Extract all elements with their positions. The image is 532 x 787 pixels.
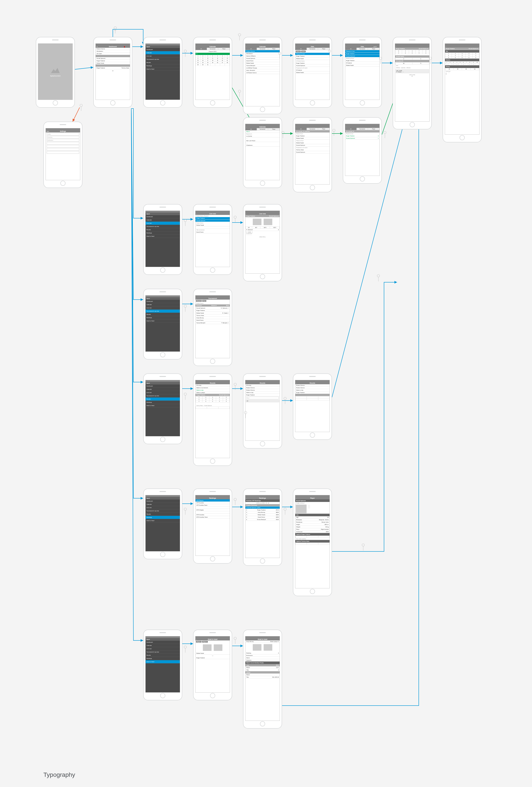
- list-item[interactable]: Roger Federer: [345, 60, 379, 62]
- list-item[interactable]: Rafael Nadal: [345, 64, 379, 67]
- list-item[interactable]: Roger Federer: [295, 135, 330, 137]
- round-chip[interactable]: Round 2: [196, 300, 202, 302]
- list-item[interactable]: Roger Federer: [345, 52, 379, 55]
- list-item[interactable]: Serena Williams: [245, 55, 280, 57]
- field[interactable]: [47, 145, 79, 148]
- tap-icon: [182, 304, 188, 314]
- list-item[interactable]: Roger Federer: [295, 62, 330, 64]
- svg-point-12: [184, 219, 186, 222]
- list-item[interactable]: Roland Garros: [96, 48, 130, 50]
- menu-item-selected[interactable]: Calendar: [146, 51, 180, 55]
- calendar-tabs[interactable]: AllTournamentPlayer: [196, 48, 230, 50]
- rank-row[interactable]: 3Andy Murray8600: [245, 511, 280, 514]
- menu-item-selected[interactable]: Head to head: [146, 660, 180, 663]
- list-item[interactable]: JS Roland Garros: [245, 72, 280, 74]
- list-item[interactable]: Rafael Nadal: [96, 62, 130, 64]
- summary-row: 33 rounds 14: [345, 130, 379, 133]
- list-item[interactable]: Rafael Nadal: [295, 71, 330, 74]
- list-item[interactable]: Novak Djokovic1: [345, 137, 379, 140]
- rank-row[interactable]: 4Rafael Nadal6935: [245, 514, 280, 516]
- svg-point-5: [328, 50, 331, 52]
- menu-item[interactable]: Head to head: [146, 235, 180, 238]
- list-item[interactable]: Novak Djokovic: [295, 151, 330, 153]
- day-picker[interactable]: Day >: [246, 397, 279, 399]
- menu-item[interactable]: Calendar: [146, 218, 180, 222]
- list-item-selected[interactable]: Roland Garros: [245, 50, 280, 52]
- menu-item[interactable]: Head to head: [146, 67, 180, 71]
- back-button[interactable]: Back: [47, 131, 52, 132]
- list-item[interactable]: Novak Djokovic: [245, 57, 280, 60]
- list-item[interactable]: Roger Federer: [295, 55, 330, 58]
- menu-item[interactable]: Results: [146, 228, 180, 231]
- player1-chip[interactable]: Player 1: [196, 641, 202, 643]
- list-item[interactable]: Rafael Nadal: [196, 224, 230, 227]
- footer-label: Typography: [43, 771, 75, 778]
- field[interactable]: Notifications: [47, 139, 79, 142]
- ok-button[interactable]: OK: [246, 400, 279, 402]
- list-item[interactable]: Charleston: [245, 144, 280, 147]
- menu-item-selected[interactable]: Results: [146, 398, 180, 401]
- round-button[interactable]: Round: [296, 50, 301, 52]
- list-item[interactable]: David Ferrer: [245, 60, 280, 62]
- list-item[interactable]: R.Federer: [345, 62, 379, 64]
- field[interactable]: Quality: [47, 133, 79, 135]
- field[interactable]: [47, 142, 79, 145]
- list-item[interactable]: Roger Federer3: [345, 135, 379, 137]
- rank-row[interactable]: 6Tomas Berdych5310: [245, 518, 280, 521]
- list-item[interactable]: R.Federer: [295, 69, 330, 71]
- menu-item-selected[interactable]: Rankings: [146, 516, 180, 519]
- list-item[interactable]: Tomas Berdych: [245, 64, 280, 67]
- menu-item[interactable]: Dashboard: [146, 215, 180, 218]
- menu-item[interactable]: Rankings: [146, 64, 180, 67]
- phone-menu-tree: Sport Dashboard Calendar Live now Tourna…: [143, 289, 182, 360]
- list-item[interactable]: Novak Djokovic: [295, 144, 330, 147]
- menu-item[interactable]: Live now: [146, 55, 180, 58]
- list-item[interactable]: Novak Djokovic: [345, 55, 379, 57]
- final-chip[interactable]: Final: [202, 300, 206, 302]
- list-item[interactable]: Jo-Wilfried Tsonga: [245, 67, 280, 69]
- menu-item-selected[interactable]: Live now: [146, 222, 180, 225]
- list-item[interactable]: Novak Djokovic: [196, 219, 230, 222]
- rank-row[interactable]: 5David Ferrer6000: [245, 516, 280, 518]
- tap-icon: [232, 215, 238, 225]
- field[interactable]: [47, 151, 79, 154]
- list-item[interactable]: Tommy Haas: [295, 149, 330, 151]
- list-item[interactable]: [196, 227, 230, 229]
- list-item[interactable]: Rafael Nadal: [295, 137, 330, 140]
- list-item[interactable]: Roger Federer: [196, 217, 230, 219]
- list-item[interactable]: Rafael Nadal: [245, 62, 280, 64]
- list-item[interactable]: Novak Djokovic: [295, 64, 330, 67]
- phone-player: ‹Player Novak Djokovic Singles ranking: …: [293, 488, 332, 596]
- field[interactable]: [47, 148, 79, 151]
- menu-item[interactable]: Dashboard: [146, 48, 180, 51]
- list-item[interactable]: Roger Federer: [96, 60, 130, 62]
- menu-item[interactable]: Tournament's top tree: [146, 58, 180, 61]
- rank-row[interactable]: 2Roger Federer8715: [245, 509, 280, 511]
- rank-row[interactable]: 1 Novak Djokovic 12810: [245, 507, 280, 509]
- menu-item[interactable]: Rankings: [146, 231, 180, 235]
- tap-icon: [78, 103, 84, 113]
- next-match-box[interactable]: day / monthR. Federer —: [396, 69, 429, 73]
- calendar-grid[interactable]: 1234567 891011121314 15161718192021 2223…: [196, 55, 230, 66]
- menu-item[interactable]: Results: [146, 61, 180, 64]
- list-item[interactable]: Jerzy Janowicz: [245, 69, 280, 72]
- menu-item[interactable]: Tournament's top tree: [146, 225, 180, 228]
- tap-icon: [182, 218, 188, 228]
- list-item[interactable]: Rafael Nadal: [295, 142, 330, 144]
- list-item[interactable]: Novak Djokovic: [96, 57, 130, 60]
- list-item[interactable]: San Luis Potosi: [245, 140, 280, 142]
- list-item[interactable]: La Quinta: [245, 135, 280, 137]
- svg-point-3: [238, 34, 241, 36]
- field[interactable]: Streaming: [47, 136, 79, 139]
- menu-item-selected[interactable]: Tournament's top tree: [146, 310, 180, 313]
- list-item[interactable]: Wimbledon: [96, 50, 130, 52]
- list-item-selected[interactable]: ATP Players: [196, 499, 230, 502]
- phone-calendar: ‹Calendar AllTournamentPlayer ‹ August 2…: [193, 37, 232, 108]
- list-item[interactable]: David Ferrer: [196, 231, 230, 233]
- player2-chip[interactable]: Player 2: [202, 641, 208, 643]
- list-item[interactable]: US Open: [96, 52, 130, 55]
- list-item[interactable]: Wimbledon: [245, 52, 280, 55]
- list-item[interactable]: Miami: [245, 130, 280, 133]
- list-item[interactable]: Rafael Nadal: [295, 58, 330, 60]
- match-button[interactable]: Match: [301, 50, 306, 52]
